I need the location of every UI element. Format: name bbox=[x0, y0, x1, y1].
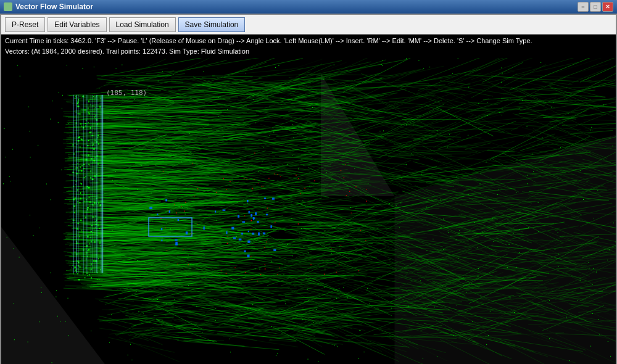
edit-variables-button[interactable]: Edit Variables bbox=[48, 17, 106, 32]
app-title: Vector Flow Simulator bbox=[15, 2, 93, 11]
close-button[interactable]: ✕ bbox=[602, 2, 613, 12]
minimize-button[interactable]: − bbox=[578, 2, 589, 12]
main-content: Current Time in ticks: 3462.0. 'F3' --> … bbox=[1, 35, 616, 364]
status-line1: Current Time in ticks: 3462.0. 'F3' --> … bbox=[5, 36, 612, 46]
status-bar: Current Time in ticks: 3462.0. 'F3' --> … bbox=[1, 35, 616, 58]
simulation-canvas[interactable] bbox=[1, 58, 616, 364]
save-simulation-button[interactable]: Save Simulation bbox=[178, 17, 246, 32]
status-line2: Vectors: (At 1984, 2000 desired). Trail … bbox=[5, 46, 612, 57]
toolbar: P-Reset Edit Variables Load Simulation S… bbox=[1, 15, 616, 35]
maximize-button[interactable]: □ bbox=[590, 2, 601, 12]
simulation-area[interactable]: (185, 118) bbox=[1, 58, 616, 364]
title-bar: Vector Flow Simulator − □ ✕ bbox=[0, 0, 617, 14]
load-simulation-button[interactable]: Load Simulation bbox=[109, 17, 176, 32]
app-icon bbox=[4, 2, 12, 11]
window-controls: − □ ✕ bbox=[578, 2, 613, 12]
p-reset-button[interactable]: P-Reset bbox=[5, 17, 45, 32]
main-window: P-Reset Edit Variables Load Simulation S… bbox=[0, 14, 617, 364]
